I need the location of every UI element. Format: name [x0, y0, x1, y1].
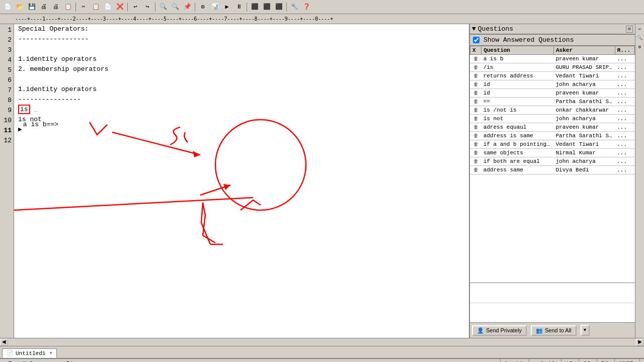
- question-cell: is /not is: [481, 106, 554, 115]
- find2-btn[interactable]: 🔍: [170, 2, 181, 13]
- line-11-arrow-marker: ▶: [18, 125, 22, 135]
- tool23[interactable]: ⬛: [261, 2, 272, 13]
- show-answered-checkbox[interactable]: [473, 37, 479, 43]
- r-cell: ...: [615, 166, 634, 174]
- send-privately-label: Send Privately: [486, 327, 522, 333]
- delete-btn[interactable]: 🗑: [470, 132, 481, 140]
- tool17[interactable]: 📌: [182, 2, 193, 13]
- tab-close[interactable]: ×: [49, 351, 52, 356]
- tool24[interactable]: ⬛: [273, 2, 284, 13]
- questions-input-area[interactable]: [470, 283, 635, 323]
- is-keyword-box: is: [18, 105, 30, 114]
- tool10[interactable]: ❌: [114, 2, 125, 13]
- delete-btn[interactable]: 🗑: [470, 166, 481, 174]
- question-cell: ==: [481, 98, 554, 106]
- tool19[interactable]: 📊: [209, 2, 220, 13]
- table-row[interactable]: 🗑 if both are equal john acharya ...: [470, 157, 635, 166]
- table-row[interactable]: 🗑 == Partha Sarathi Sarkar ...: [470, 98, 635, 106]
- print-btn[interactable]: 🖨: [38, 2, 49, 13]
- send-dropdown-btn[interactable]: ▼: [581, 325, 590, 336]
- tool22[interactable]: ⬛: [249, 2, 260, 13]
- redo-btn[interactable]: ↪: [142, 2, 153, 13]
- questions-panel: ▼ Questions ⊡ Show Answered Questions X …: [469, 24, 635, 338]
- tab-bar: 📄 Untitled1 ×: [0, 346, 644, 358]
- line-num-6: 6: [0, 75, 12, 85]
- editor[interactable]: Special Operators: ------------------ 1.…: [14, 24, 469, 338]
- line-num-10: 10: [0, 116, 12, 126]
- question-cell: id: [481, 89, 554, 98]
- right-tool-3[interactable]: ⚙: [636, 44, 644, 52]
- arrow-line-2: [200, 185, 230, 195]
- scroll-left-btn[interactable]: ◄: [0, 339, 8, 346]
- show-answered-label: Show Answered Questions: [484, 36, 574, 44]
- delete-btn[interactable]: 🗑: [470, 80, 481, 89]
- table-row[interactable]: 🗑 is not john acharya ...: [470, 115, 635, 123]
- line-num-8: 8: [0, 96, 12, 106]
- send-privately-btn[interactable]: 👤 Send Privately: [472, 325, 527, 336]
- print2-btn[interactable]: 🖨: [50, 2, 61, 13]
- send-to-all-btn[interactable]: 👥 Send to All: [531, 325, 577, 336]
- questions-data-table: X Question Asker R... 🗑 a is b praveen k…: [470, 46, 635, 174]
- question-cell: id: [481, 80, 554, 89]
- right-tool-2[interactable]: 🔍: [636, 35, 644, 43]
- questions-expand-btn[interactable]: ⊡: [626, 26, 633, 33]
- status-num1: 12: [561, 359, 579, 362]
- tool26[interactable]: ❓: [301, 2, 312, 13]
- tab-untitled1[interactable]: 📄 Untitled1 ×: [2, 348, 57, 358]
- copy-btn[interactable]: 📋: [90, 2, 101, 13]
- question-cell: returns address: [481, 72, 554, 80]
- table-row[interactable]: 🗑 if a and b pointing to same obj Vedant…: [470, 140, 635, 149]
- delete-btn[interactable]: 🗑: [470, 149, 481, 157]
- asker-cell: praveen kumar: [554, 89, 615, 98]
- collapse-icon: ▼: [472, 25, 476, 33]
- find-btn[interactable]: 🔍: [157, 2, 169, 13]
- right-tool-1[interactable]: ✏: [636, 26, 644, 34]
- scroll-right-btn[interactable]: ►: [636, 339, 644, 346]
- questions-table[interactable]: X Question Asker R... 🗑 a is b praveen k…: [470, 46, 635, 283]
- open-btn[interactable]: 📂: [14, 2, 25, 13]
- table-row[interactable]: 🗑 id praveen kumar ...: [470, 89, 635, 98]
- undo-btn[interactable]: ↩: [130, 2, 141, 13]
- horizontal-scrollbar[interactable]: ◄ ►: [0, 338, 644, 346]
- question-cell: if both are equal: [481, 157, 554, 166]
- table-row[interactable]: 🗑 is /not is onkar chakkarwar ...: [470, 106, 635, 115]
- tool20[interactable]: ▶: [221, 2, 232, 13]
- tool21[interactable]: ⏸: [233, 2, 245, 13]
- r-cell: ...: [615, 106, 634, 115]
- right-tools: ✏ 🔍 ⚙: [635, 24, 644, 338]
- line-num-7: 7: [0, 85, 12, 96]
- delete-btn[interactable]: 🗑: [470, 89, 481, 98]
- line-numbers: 1 2 3 4 5 6 7 8 9 10 11 12: [0, 24, 14, 338]
- save-btn[interactable]: 💾: [26, 2, 37, 13]
- sep5: [247, 3, 247, 12]
- table-row[interactable]: 🗑 address same Divya Bedi ...: [470, 166, 635, 174]
- paste-btn[interactable]: 📄: [102, 2, 113, 13]
- col-header-asker: Asker: [554, 46, 615, 55]
- table-row[interactable]: 🗑 /is GURU PRASAD SRIPA... ...: [470, 63, 635, 72]
- cut-btn[interactable]: ✂: [78, 2, 89, 13]
- r-cell: ...: [615, 72, 634, 80]
- tool18[interactable]: ⚙: [197, 2, 208, 13]
- r-cell: ...: [615, 80, 634, 89]
- delete-btn[interactable]: 🗑: [470, 115, 481, 123]
- table-row[interactable]: 🗑 id john acharya ...: [470, 80, 635, 89]
- delete-btn[interactable]: 🗑: [470, 123, 481, 132]
- delete-btn[interactable]: 🗑: [470, 140, 481, 149]
- delete-btn[interactable]: 🗑: [470, 63, 481, 72]
- asker-cell: Nirmal Kumar: [554, 149, 615, 157]
- delete-btn[interactable]: 🗑: [470, 106, 481, 115]
- tool25[interactable]: 🔧: [289, 2, 300, 13]
- table-row[interactable]: 🗑 same objects Nirmal Kumar ...: [470, 149, 635, 157]
- tool6[interactable]: 📋: [62, 2, 73, 13]
- table-row[interactable]: 🗑 address is same Partha Sarathi Sarkar …: [470, 132, 635, 140]
- line-2: ------------------: [14, 34, 469, 44]
- delete-btn[interactable]: 🗑: [470, 98, 481, 106]
- table-row[interactable]: 🗑 returns address Vedant Tiwari ...: [470, 72, 635, 80]
- delete-btn[interactable]: 🗑: [470, 55, 481, 63]
- r-cell: ...: [615, 55, 634, 63]
- delete-btn[interactable]: 🗑: [470, 157, 481, 166]
- table-row[interactable]: 🗑 adress equaul praveen kumar ...: [470, 123, 635, 132]
- delete-btn[interactable]: 🗑: [470, 72, 481, 80]
- table-row[interactable]: 🗑 a is b praveen kumar ...: [470, 55, 635, 63]
- new-file-btn[interactable]: 📄: [2, 2, 13, 13]
